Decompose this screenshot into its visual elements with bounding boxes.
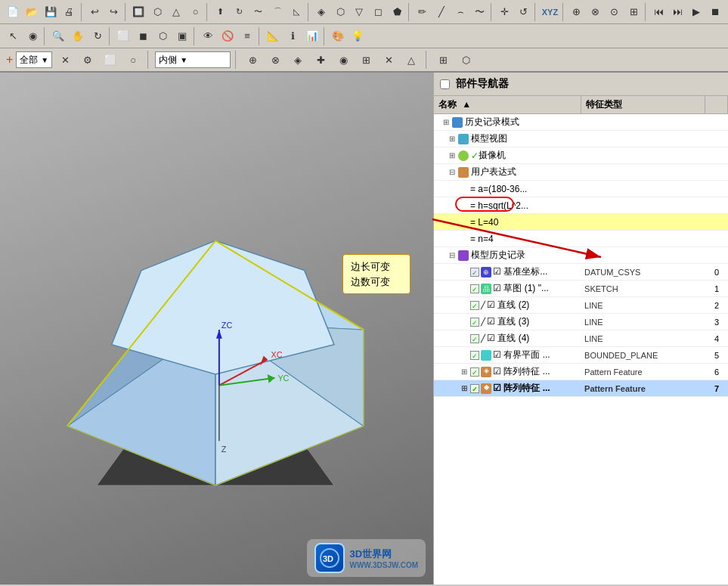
- tb-redo-btn[interactable]: ↪: [105, 3, 122, 21]
- tb-prev-btn[interactable]: ⏮: [650, 3, 668, 21]
- tree-row-camera[interactable]: ⊞ ✓ 摄像机: [434, 147, 728, 164]
- filter-snap3-btn[interactable]: ◈: [289, 51, 307, 69]
- tb-b3[interactable]: ▽: [351, 3, 368, 21]
- tree-row-sketch[interactable]: ✓ 品 ☑ 草图 (1) "... SKETCH 1: [434, 281, 728, 297]
- tb-revolve-btn[interactable]: ↻: [231, 3, 248, 21]
- filter-snap6-btn[interactable]: ⊞: [357, 51, 375, 69]
- tb-cyl-btn[interactable]: ⬡: [149, 3, 166, 21]
- filter-snap5-btn[interactable]: ◉: [334, 51, 352, 69]
- tb-open-btn[interactable]: 📂: [23, 3, 40, 21]
- filter-snap7-btn[interactable]: ✕: [379, 51, 398, 69]
- expand-icon[interactable]: ⊞: [461, 367, 470, 376]
- tree-checkbox[interactable]: ✓: [470, 334, 479, 343]
- tb2-info[interactable]: ℹ: [283, 27, 302, 45]
- tb2-measure[interactable]: 📐: [264, 27, 282, 45]
- tb-chamfer-btn[interactable]: ◺: [288, 3, 305, 21]
- tree-panel[interactable]: 名称 ▲ 特征类型 序号 ⊞ 历史记录模式: [434, 96, 728, 584]
- tb-b4[interactable]: ◻: [370, 3, 387, 21]
- tb-c3[interactable]: ⊙: [606, 3, 623, 21]
- tb2-render[interactable]: 🎨: [329, 27, 347, 45]
- tree-checkbox[interactable]: ✓: [470, 367, 479, 377]
- tree-row-expr-n[interactable]: = n=4: [434, 231, 728, 247]
- tree-checkbox[interactable]: ✓: [470, 301, 479, 310]
- expand-icon[interactable]: ⊞: [449, 151, 458, 160]
- tree-row-pattern7[interactable]: ⊞ ✓ ◈ ☑ 阵列特征 ... Pattern Feature 7: [434, 380, 728, 397]
- tb2-iso[interactable]: ⬡: [153, 27, 172, 45]
- filter-snap8-btn[interactable]: △: [402, 51, 420, 69]
- expand-icon[interactable]: ⊞: [461, 384, 470, 392]
- tb2-hide[interactable]: 🚫: [218, 27, 237, 45]
- filter-snap-btn[interactable]: ⊕: [243, 51, 262, 69]
- tb-c1[interactable]: ⊕: [568, 3, 585, 21]
- tree-row-line3[interactable]: ✓ ╱ ☑ 直线 (3) LINE 3: [434, 314, 728, 330]
- tb-c4[interactable]: ⊞: [624, 3, 642, 21]
- filter-dropdown-1[interactable]: 全部 ▼: [16, 51, 52, 68]
- tb2-light[interactable]: 💡: [349, 27, 367, 45]
- tb2-layer[interactable]: ≡: [238, 27, 256, 45]
- tree-checkbox[interactable]: ✓: [470, 318, 479, 327]
- tb-curve-btn[interactable]: 〜: [471, 3, 488, 21]
- tb-move-btn[interactable]: ✛: [496, 3, 513, 21]
- tree-row-expr-h[interactable]: = h=sqrt(L^2...: [434, 197, 728, 214]
- tb2-analysis[interactable]: 📊: [303, 27, 321, 45]
- expand-icon[interactable]: ⊟: [449, 251, 458, 259]
- tree-row-line4[interactable]: ✓ ╱ ☑ 直线 (4) LINE 4: [434, 330, 728, 347]
- expand-icon[interactable]: ⊞: [449, 135, 458, 143]
- tb2-b1[interactable]: ◉: [23, 27, 42, 45]
- tb-sweep-btn[interactable]: 〜: [249, 3, 267, 21]
- tb-undo-btn[interactable]: ↩: [85, 3, 103, 21]
- tree-row-expr-a[interactable]: = a=(180-36...: [434, 181, 728, 197]
- tb-c2[interactable]: ⊗: [587, 3, 604, 21]
- tb2-pan[interactable]: ✋: [69, 27, 87, 45]
- tb-b5[interactable]: ⬟: [389, 3, 406, 21]
- tb-save-btn[interactable]: 💾: [42, 3, 59, 21]
- tb-stop-btn[interactable]: ⏹: [707, 3, 724, 21]
- tb-play-btn[interactable]: ▶: [688, 3, 705, 21]
- filter-dropdown-2[interactable]: 内侧 ▼: [155, 51, 231, 68]
- tree-checkbox[interactable]: ✓: [470, 351, 479, 360]
- tb2-rotate3d[interactable]: ↻: [88, 27, 107, 45]
- tb-blend-btn[interactable]: ⌒: [268, 3, 286, 21]
- tb-b2[interactable]: ⬡: [332, 3, 349, 21]
- tb-print-btn[interactable]: 🖨: [60, 3, 78, 21]
- tb-rotate-btn[interactable]: ↺: [515, 3, 532, 21]
- filter-options-btn[interactable]: ⚙: [79, 51, 97, 69]
- filter-layer2-btn[interactable]: ⬡: [457, 51, 475, 69]
- tb-line-btn[interactable]: ╱: [432, 3, 450, 21]
- tree-row-model-view[interactable]: ⊞ 模型视图: [434, 131, 728, 147]
- tree-checkbox[interactable]: ✓: [470, 384, 479, 393]
- tree-row-user-expr[interactable]: ⊟ 用户表达式: [434, 164, 728, 181]
- tree-checkbox[interactable]: ✓: [470, 268, 479, 277]
- tb-next-btn[interactable]: ⏭: [669, 3, 686, 21]
- tb-sphere-btn[interactable]: ○: [187, 3, 204, 21]
- tb2-wire[interactable]: ▣: [173, 27, 191, 45]
- expand-icon[interactable]: ⊞: [443, 118, 452, 126]
- filter-snap2-btn[interactable]: ⊗: [266, 51, 284, 69]
- filter-clear-btn[interactable]: ✕: [56, 51, 74, 69]
- panel-visibility-checkbox[interactable]: [440, 79, 450, 89]
- tree-row-expr-L[interactable]: = L=40: [434, 214, 728, 231]
- tb-new-btn[interactable]: 📄: [4, 3, 21, 21]
- tree-row-bounded-plane[interactable]: ✓ ☑ 有界平面 ... BOUNDED_PLANE 5: [434, 347, 728, 364]
- tree-checkbox[interactable]: ✓: [470, 284, 479, 293]
- tb-box-btn[interactable]: 🔲: [130, 3, 147, 21]
- tb-extrude-btn[interactable]: ⬆: [212, 3, 229, 21]
- tb-arc-btn[interactable]: ⌢: [451, 3, 469, 21]
- tb-sketch-btn[interactable]: ✏: [414, 3, 431, 21]
- tree-row-history-mode[interactable]: ⊞ 历史记录模式: [434, 114, 728, 131]
- tree-row-line2[interactable]: ✓ ╱ ☑ 直线 (2) LINE 2: [434, 297, 728, 314]
- tb2-show[interactable]: 👁: [199, 27, 217, 45]
- filter-circle-btn[interactable]: ○: [124, 51, 142, 69]
- filter-snap4-btn[interactable]: ✚: [311, 51, 330, 69]
- expand-icon[interactable]: ⊟: [449, 168, 458, 176]
- tb-b1[interactable]: ◈: [313, 3, 330, 21]
- tree-row-pattern6[interactable]: ⊞ ✓ ◈ ☑ 阵列特征 ... Pattern Feature 6: [434, 364, 728, 380]
- filter-grid-btn[interactable]: ⊞: [434, 51, 452, 69]
- tree-row-model-history[interactable]: ⊟ 模型历史记录: [434, 247, 728, 264]
- tb2-zoom[interactable]: 🔍: [49, 27, 67, 45]
- tb2-view2[interactable]: ◼: [134, 27, 152, 45]
- tb-cone-btn[interactable]: △: [168, 3, 185, 21]
- viewport[interactable]: XC YC ZC Z 边长可变 边数可变 3D: [0, 73, 433, 584]
- filter-box-btn[interactable]: ⬜: [101, 51, 119, 69]
- tb2-select[interactable]: ↖: [4, 27, 22, 45]
